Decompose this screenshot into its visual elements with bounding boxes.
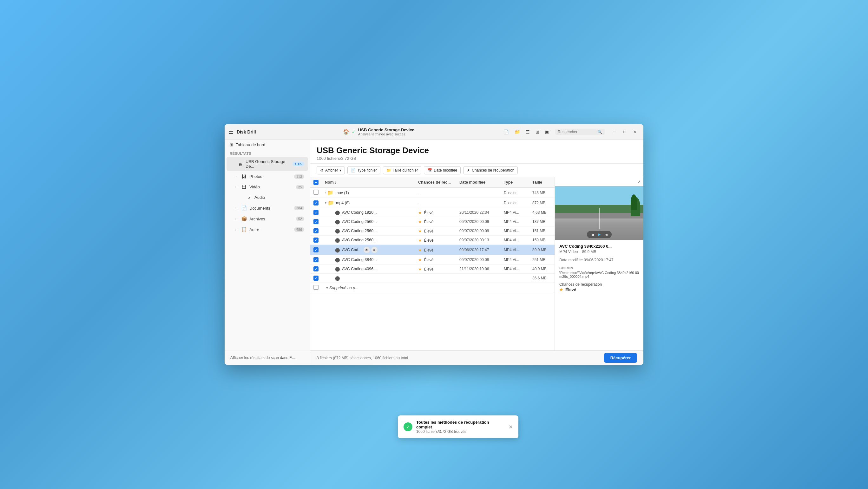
preview-action-button[interactable]: 👁 — [364, 247, 370, 253]
table-row[interactable]: ✓ ⬤ AVC Coding 1920... ★ — [310, 208, 555, 217]
sidebar: ⊞ Tableau de bord Résultats 🖥 USB Generi… — [225, 140, 310, 365]
col-header-size[interactable]: Taille — [529, 177, 555, 188]
sidebar-item-documents[interactable]: › 📄 Documents 384 — [226, 203, 308, 213]
row-checkbox-cell[interactable]: ✓ — [310, 274, 322, 283]
row-checkbox-cell[interactable]: ✓ — [310, 198, 322, 208]
filter-date-button[interactable]: 📅 Date modifiée — [424, 166, 461, 174]
row-date: 20/11/2020 22:34 — [459, 210, 489, 215]
show-scan-results-button[interactable]: Afficher les résultats du scan dans E... — [228, 354, 306, 362]
home-icon[interactable]: 🏠 — [343, 129, 349, 135]
preview-date: Date modifiée 09/06/2020 17:47 — [559, 258, 639, 262]
toast-title: Toutes les méthodes de récupération comp… — [416, 420, 505, 429]
device-title-group: USB Generic Storage Device Analyse termi… — [358, 128, 414, 136]
recover-button[interactable]: Récupérer — [604, 353, 637, 363]
tag-action-button[interactable]: # — [371, 247, 377, 253]
table-row[interactable]: ✓ ▾ 📁 mp4 (8) – — [310, 198, 555, 208]
minimize-button[interactable]: ─ — [610, 127, 619, 137]
new-file-button[interactable]: 📄 — [501, 128, 511, 136]
row-checkbox[interactable] — [313, 190, 318, 195]
row-checkbox-cell[interactable]: ✓ — [310, 245, 322, 255]
autre-icon: 📋 — [241, 227, 247, 232]
row-checkbox-cell[interactable]: ✓ — [310, 226, 322, 236]
panel-view-button[interactable]: ▣ — [543, 128, 551, 136]
filter-type-button[interactable]: 📄 Type fichier — [347, 166, 380, 174]
row-chances: Élevé — [424, 210, 433, 215]
row-checkbox[interactable]: ✓ — [313, 247, 318, 253]
col-header-date[interactable]: Date modifiée — [456, 177, 501, 188]
search-box[interactable]: 🔍 — [555, 129, 605, 135]
sidebar-item-usb[interactable]: 🖥 USB Generic Storage De... 1.1K — [226, 157, 308, 171]
row-checkbox[interactable]: ✓ — [313, 210, 318, 215]
col-header-type[interactable]: Type — [501, 177, 529, 188]
audio-label: Audio — [254, 195, 304, 200]
row-checkbox-cell[interactable]: ✓ — [310, 208, 322, 217]
row-checkbox-cell[interactable] — [310, 188, 322, 198]
filter-taille-label: Taille du fichier — [393, 168, 418, 172]
row-checkbox[interactable] — [313, 285, 318, 290]
row-checkbox[interactable]: ✓ — [313, 228, 318, 233]
row-checkbox[interactable]: ✓ — [313, 200, 318, 205]
filter-taille-button[interactable]: 📁 Taille du fichier — [383, 166, 421, 174]
row-date-cell — [456, 274, 501, 283]
sort-name[interactable]: Nom ↓ — [325, 180, 337, 185]
video-play-button[interactable]: ▶ — [597, 232, 601, 237]
sidebar-item-autre[interactable]: › 📋 Autre 486 — [226, 225, 308, 235]
preview-chances-text: Élevé — [565, 287, 576, 292]
row-collapse-icon[interactable]: ▾ — [325, 201, 327, 204]
menu-icon[interactable]: ☰ — [228, 128, 234, 135]
row-expand-icon[interactable]: ▾ — [326, 286, 328, 290]
maximize-button[interactable]: □ — [620, 127, 629, 137]
row-expand-icon[interactable]: › — [325, 191, 326, 194]
sidebar-item-archives[interactable]: › 📦 Archives 52 — [226, 214, 308, 224]
row-type: MP4 Vi... — [504, 210, 519, 215]
col-header-name[interactable]: Nom ↓ — [322, 177, 415, 188]
grid-view-button[interactable]: ⊞ — [533, 128, 541, 136]
row-date: 09/07/2020 00:08 — [459, 258, 489, 262]
table-row[interactable]: ✓ ⬤ AVC Coding 3840... ★ — [310, 255, 555, 264]
video-controls: ⏮ ▶ ⏭ — [587, 231, 612, 238]
search-input[interactable] — [558, 130, 596, 134]
toast-close-button[interactable]: ✕ — [508, 424, 513, 430]
sidebar-item-audio[interactable]: ♪ Audio — [226, 193, 308, 202]
row-checkbox-cell[interactable]: ✓ — [310, 217, 322, 226]
open-external-button[interactable]: ↗ — [637, 179, 641, 184]
table-row[interactable]: ✓ ⬤ AVC Cod... 👁 # — [310, 245, 555, 255]
row-type-cell: MP4 Vi... — [501, 236, 529, 245]
row-checkbox[interactable]: ✓ — [313, 219, 318, 224]
table-row[interactable]: ✓ ⬤ — [310, 274, 555, 283]
table-row[interactable]: › 📁 mov (1) – Dossier 743 MB — [310, 188, 555, 198]
star-icon: ★ — [418, 210, 422, 215]
row-size: 743 MB — [532, 191, 545, 195]
photos-icon: 🖼 — [241, 174, 247, 179]
sidebar-item-photos[interactable]: › 🖼 Photos 113 — [226, 171, 308, 182]
table-row[interactable]: ▾ Supprimé ou p... — [310, 283, 555, 293]
close-button[interactable]: ✕ — [630, 127, 640, 137]
row-checkbox[interactable]: ✓ — [313, 275, 318, 281]
table-row[interactable]: ✓ ⬤ AVC Coding 2560... ★ — [310, 226, 555, 236]
table-row[interactable]: ✓ ⬤ AVC Coding 2560... ★ — [310, 236, 555, 245]
select-all-checkbox[interactable]: – — [313, 180, 318, 185]
video-prev-button[interactable]: ⏮ — [590, 232, 595, 237]
row-checkbox[interactable]: ✓ — [313, 257, 318, 262]
preview-panel: ↗ ⏮ ▶ ⏭ — [555, 177, 643, 351]
file-icon: ⬤ — [335, 247, 340, 253]
table-row[interactable]: ✓ ⬤ AVC Coding 4096... ★ — [310, 264, 555, 274]
titlebar: ☰ Disk Drill 🏠 ✓ USB Generic Storage Dev… — [225, 124, 643, 140]
open-folder-button[interactable]: 📁 — [513, 128, 522, 136]
row-checkbox-cell[interactable] — [310, 283, 322, 293]
filter-afficher-button[interactable]: ⚙ Afficher ▾ — [317, 166, 345, 174]
sidebar-item-video[interactable]: › 🎞 Vidéo 25 — [226, 182, 308, 192]
table-row[interactable]: ✓ ⬤ AVC Coding 2560... ★ — [310, 217, 555, 226]
row-checkbox-cell[interactable]: ✓ — [310, 264, 322, 274]
filter-type-label: Type fichier — [357, 168, 377, 172]
video-next-button[interactable]: ⏭ — [604, 232, 609, 237]
toast-subtitle: 1060 fichiers/3.72 GB trouvés — [416, 429, 505, 434]
row-checkbox[interactable]: ✓ — [313, 237, 318, 242]
row-checkbox[interactable]: ✓ — [313, 266, 318, 271]
list-view-button[interactable]: ☰ — [524, 128, 532, 136]
sidebar-item-dashboard[interactable]: ⊞ Tableau de bord — [225, 140, 310, 150]
row-checkbox-cell[interactable]: ✓ — [310, 255, 322, 264]
row-checkbox-cell[interactable]: ✓ — [310, 236, 322, 245]
col-header-chances[interactable]: Chances de réc... — [415, 177, 456, 188]
filter-chances-button[interactable]: ★ Chances de récupération — [463, 166, 518, 174]
